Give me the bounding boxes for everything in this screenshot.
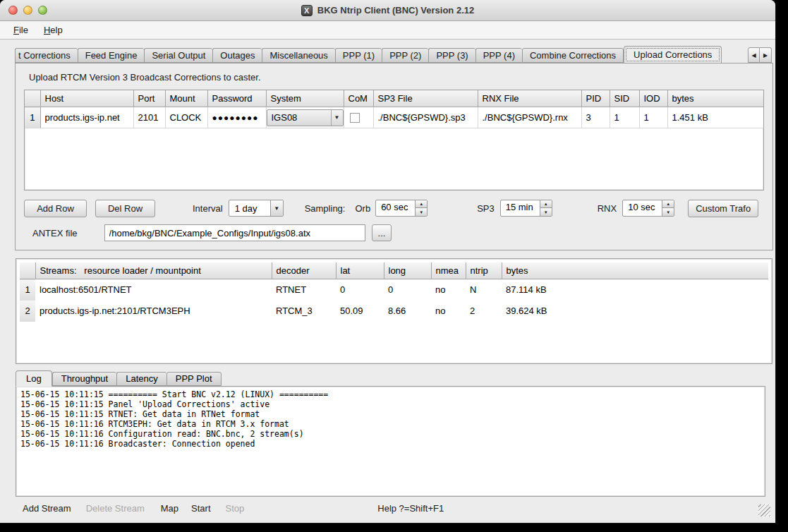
col-iod: IOD (639, 90, 667, 107)
tab-feed-engine[interactable]: Feed Engine (78, 48, 145, 63)
main-content: t Corrections Feed Engine Serial Output … (0, 40, 775, 520)
nmea-cell: no (431, 301, 466, 322)
spinner-down-icon[interactable]: ▼ (662, 208, 674, 216)
tab-miscellaneous[interactable]: Miscellaneous (262, 48, 334, 63)
zoom-button[interactable] (38, 6, 47, 15)
rnx-spinbox[interactable]: 10 sec ▲ ▼ (622, 200, 674, 217)
decoder-cell: RTCM_3 (272, 301, 336, 322)
mountpoint-cell: localhost:6501/RTNET (35, 279, 272, 301)
tab-outages[interactable]: Outages (212, 48, 262, 63)
tab-combine-corrections[interactable]: Combine Corrections (522, 48, 624, 63)
password-cell[interactable]: ●●●●●●●● (207, 107, 266, 128)
spin-arrows: ▲ ▼ (540, 200, 552, 216)
host-cell[interactable]: products.igs-ip.net (40, 107, 133, 128)
resize-grip-icon[interactable] (758, 504, 770, 516)
col-system: System (266, 90, 344, 107)
tab-ppp-2[interactable]: PPP (2) (382, 48, 428, 63)
tab-upload-corrections[interactable]: Upload Corrections (624, 46, 722, 63)
col-sp3-file: SP3 File (373, 90, 478, 107)
col-lat: lat (336, 262, 384, 279)
col-nmea: nmea (431, 262, 466, 279)
bottom-action-bar: Add Stream Delete Stream Map Start Stop … (15, 497, 773, 520)
spinner-up-icon[interactable]: ▲ (416, 200, 427, 208)
spinner-down-icon[interactable]: ▼ (540, 208, 552, 216)
stream-row[interactable]: 1 localhost:6501/RTNET RTNET 0 0 no N 87… (20, 279, 768, 301)
tab-scroll-left-icon[interactable]: ◀ (748, 47, 760, 63)
col-bytes: bytes (502, 262, 768, 279)
sp3-spinbox[interactable]: 15 min ▲ ▼ (500, 200, 552, 217)
tab-latency[interactable]: Latency (116, 372, 166, 386)
row-number[interactable]: 2 (20, 301, 35, 322)
col-ntrip: ntrip (466, 262, 502, 279)
panel-description: Upload RTCM Version 3 Broadcast Correcti… (29, 72, 764, 83)
row-number[interactable]: 1 (20, 279, 35, 301)
upload-table-header: Host Port Mount Password System CoM SP3 … (25, 90, 763, 107)
spinner-up-icon[interactable]: ▲ (662, 200, 674, 208)
col-sid: SID (610, 90, 639, 107)
stream-row[interactable]: 2 products.igs-ip.net:2101/RTCM3EPH RTCM… (20, 301, 768, 322)
menu-file[interactable]: File (7, 23, 35, 37)
rnx-file-cell[interactable]: ./BNC${GPSWD}.rnx (478, 107, 581, 128)
col-bytes: bytes (667, 90, 763, 107)
system-cell: IGS08 ▼ (266, 107, 344, 128)
spinner-up-icon[interactable]: ▲ (540, 200, 552, 208)
menu-help[interactable]: Help (37, 23, 69, 37)
com-checkbox[interactable] (350, 113, 360, 123)
add-row-button[interactable]: Add Row (24, 200, 87, 217)
mount-cell[interactable]: CLOCK (165, 107, 207, 128)
pid-cell[interactable]: 3 (581, 107, 610, 128)
tab-throughput[interactable]: Throughput (52, 372, 117, 386)
tab-log[interactable]: Log (16, 370, 52, 387)
start-button[interactable]: Start (191, 503, 210, 514)
col-decoder: decoder (272, 262, 336, 279)
spinner-down-icon[interactable]: ▼ (416, 208, 427, 216)
antex-file-label: ANTEX file (32, 228, 78, 238)
orb-spinbox[interactable]: 60 sec ▲ ▼ (375, 200, 428, 217)
row-number[interactable]: 1 (25, 107, 40, 128)
system-value: IGS08 (267, 112, 331, 123)
ntrip-cell: N (466, 279, 502, 301)
screen-background: X BKG Ntrip Client (BNC) Version 2.12 Fi… (0, 0, 788, 532)
tab-ppp-3[interactable]: PPP (3) (428, 48, 475, 63)
col-com: CoM (344, 90, 373, 107)
tab-serial-output[interactable]: Serial Output (144, 48, 212, 63)
upload-controls-row: Add Row Del Row Interval 1 day ▼ Samplin… (24, 199, 764, 217)
tab-scroll-buttons: ◀ ▶ (748, 47, 772, 63)
del-row-button[interactable]: Del Row (95, 200, 155, 217)
title-bar[interactable]: X BKG Ntrip Client (BNC) Version 2.12 (0, 0, 775, 21)
map-button[interactable]: Map (161, 503, 178, 514)
port-cell[interactable]: 2101 (133, 107, 165, 128)
sp3-label: SP3 (477, 203, 495, 214)
long-cell: 8.66 (384, 301, 431, 322)
tab-ppp-plot[interactable]: PPP Plot (166, 372, 222, 386)
tab-ppp-1[interactable]: PPP (1) (335, 48, 382, 63)
close-button[interactable] (8, 6, 18, 15)
bytes-cell: 1.451 kB (667, 107, 763, 128)
interval-combobox[interactable]: 1 day ▼ (229, 200, 284, 217)
tab-broadcast-corrections[interactable]: t Corrections (15, 48, 78, 63)
minimize-button[interactable] (23, 6, 32, 15)
stop-button[interactable]: Stop (226, 503, 245, 514)
antex-file-input[interactable] (104, 224, 365, 241)
upload-table: Host Port Mount Password System CoM SP3 … (24, 90, 764, 191)
add-stream-button[interactable]: Add Stream (23, 503, 71, 514)
log-output[interactable]: 15-06-15 10:11:15 ========== Start BNC v… (16, 386, 765, 497)
sampling-label: Sampling: (305, 203, 346, 214)
window-controls (8, 6, 47, 15)
chevron-down-icon[interactable]: ▼ (270, 200, 283, 216)
streams-table-header: Streams: resource loader / mountpoint de… (20, 262, 768, 279)
custom-trafo-button[interactable]: Custom Trafo (688, 200, 758, 217)
antex-browse-button[interactable]: ... (372, 224, 392, 241)
chevron-down-icon[interactable]: ▼ (331, 110, 343, 126)
tab-ppp-4[interactable]: PPP (4) (475, 48, 522, 63)
iod-cell[interactable]: 1 (639, 107, 667, 128)
sid-cell[interactable]: 1 (610, 107, 639, 128)
system-combobox[interactable]: IGS08 ▼ (267, 109, 344, 126)
tab-scroll-right-icon[interactable]: ▶ (760, 47, 772, 63)
col-mount: Mount (165, 90, 207, 107)
delete-stream-button[interactable]: Delete Stream (86, 503, 145, 514)
sp3-file-cell[interactable]: ./BNC${GPSWD}.sp3 (373, 107, 478, 128)
col-pid: PID (581, 90, 610, 107)
help-shortcut-label[interactable]: Help ?=Shift+F1 (377, 503, 444, 514)
bytes-cell: 87.114 kB (502, 279, 768, 301)
